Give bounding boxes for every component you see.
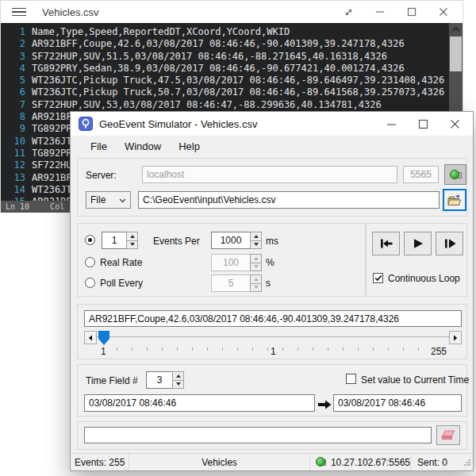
spin-up-icon[interactable]	[172, 371, 184, 381]
event-position-group: AR921BFF,Coupe,42.6,03/08/2017 08:46:46,…	[77, 304, 467, 359]
simulator-window: GeoEvent Simulator - Vehicles.csv File W…	[70, 111, 474, 471]
menu-help[interactable]: Help	[178, 140, 200, 152]
message-field[interactable]	[84, 427, 432, 443]
continuous-loop-checkbox[interactable]	[373, 273, 383, 283]
position-slider[interactable]	[84, 331, 462, 344]
events-per-label: Events Per	[153, 236, 200, 247]
poll-value[interactable]: 5	[211, 274, 250, 292]
line-text: AR921BF	[25, 172, 72, 184]
go-to-start-button[interactable]	[372, 232, 400, 255]
hamburger-icon[interactable]	[12, 8, 26, 17]
menu-file[interactable]: File	[90, 140, 107, 152]
line-number: 8	[1, 111, 25, 123]
time-field-spinner[interactable]: 3	[146, 371, 184, 389]
continuous-loop-label: Continuous Loop	[388, 273, 460, 284]
browse-file-button[interactable]	[443, 189, 466, 211]
line-text: WT236JT	[25, 136, 72, 148]
minimize-icon[interactable]	[374, 6, 386, 18]
connection-group: Server: localhost 5565 File C:\GeoEvent\…	[77, 158, 467, 217]
slider-track[interactable]	[97, 336, 449, 339]
poll-every-label: Poll Every	[100, 278, 143, 289]
event-count-value[interactable]: 1	[102, 232, 126, 249]
maximize-icon[interactable]	[405, 6, 418, 18]
slider-thumb[interactable]	[98, 331, 109, 345]
spin-up-icon[interactable]	[250, 274, 262, 284]
editor-line: 4TG892PRY,Sedan,38.9,03/08/2017 08:46:46…	[1, 63, 463, 75]
real-rate-unit-label: %	[266, 257, 274, 268]
line-text: SF722HU	[25, 159, 72, 171]
real-rate-radio[interactable]	[85, 257, 95, 267]
poll-spinner[interactable]: 5	[211, 274, 262, 292]
spin-down-icon[interactable]	[126, 241, 138, 250]
interval-value[interactable]: 1000	[211, 232, 250, 249]
time-to-field[interactable]: 03/08/2017 08:46:46	[333, 394, 462, 412]
set-current-time-checkbox[interactable]	[346, 374, 356, 384]
time-from-field[interactable]: 03/08/2017 08:46:46	[84, 394, 315, 412]
line-number: 2	[1, 38, 25, 50]
line-text: AR921BFF,Coupe,42.6,03/08/2017 08:46:46,…	[25, 38, 405, 50]
spin-down-icon[interactable]	[172, 381, 184, 390]
expand-icon[interactable]	[342, 6, 355, 18]
editor-line: 1Name,Type,Speed,ReportedDT,XCoord,YCoor…	[1, 26, 463, 38]
close-icon[interactable]	[447, 117, 462, 131]
endpoint-address: 10.27.102.67:5565	[331, 457, 410, 468]
editor-line: 6WT236JTC,Pickup Truck,50.7,03/08/2017 0…	[1, 86, 463, 98]
line-text: SF722HUP,SUV,51.5,03/08/2017 08:46:46,-8…	[25, 51, 387, 63]
play-button[interactable]	[404, 232, 432, 255]
scrollbar-thumb[interactable]	[450, 36, 462, 71]
clear-button[interactable]	[436, 425, 460, 445]
skip-to-start-icon	[378, 237, 394, 250]
server-port-input[interactable]: 5565	[403, 166, 439, 183]
editor-window-controls	[342, 6, 450, 18]
connect-button[interactable]	[444, 164, 466, 185]
source-type-value: File	[90, 194, 106, 205]
poll-every-radio[interactable]	[85, 278, 95, 288]
line-text: WT236JT	[25, 184, 72, 196]
interval-spinner[interactable]: 1000	[211, 232, 262, 249]
scroll-up-icon[interactable]	[449, 23, 463, 36]
endpoint-segment: 10.27.102.67:5565	[310, 454, 411, 470]
check-icon	[374, 274, 382, 282]
desktop: Vehicles.csv 1Name,Type,Speed,ReportedDT…	[0, 0, 476, 476]
spin-up-icon[interactable]	[250, 232, 262, 241]
dataset-name: Vehicles	[129, 454, 310, 470]
line-number: 14	[1, 184, 25, 196]
spin-up-icon[interactable]	[250, 254, 262, 263]
chevron-down-icon	[119, 194, 126, 205]
spin-down-icon[interactable]	[250, 263, 262, 272]
real-rate-label: Real Rate	[100, 257, 142, 268]
source-type-dropdown[interactable]: File	[86, 191, 131, 209]
event-count-spinner[interactable]: 1	[102, 232, 138, 249]
slider-left-arrow[interactable]	[84, 331, 97, 344]
editor-line: 2AR921BFF,Coupe,42.6,03/08/2017 08:46:46…	[1, 38, 463, 50]
geoevent-app-icon	[79, 117, 93, 131]
spin-down-icon[interactable]	[250, 284, 262, 293]
spin-down-icon[interactable]	[250, 241, 262, 250]
server-host-input[interactable]: localhost	[142, 166, 397, 183]
line-number: 15	[1, 196, 25, 201]
file-path-input[interactable]: C:\GeoEvent\input\Vehicles.csv	[138, 191, 440, 209]
line-text: TG892PR	[25, 123, 72, 135]
time-field-group: Time Field # 3 Set value to Current Time…	[77, 364, 467, 416]
interval-unit-label: ms	[266, 236, 278, 247]
current-event-field[interactable]: AR921BFF,Coupe,42.6,03/08/2017 08:46:46,…	[84, 310, 462, 327]
maximize-icon[interactable]	[416, 117, 430, 131]
simulator-statusbar: Events: 255 Vehicles 10.27.102.67:5565 S…	[71, 453, 473, 470]
resize-grip[interactable]	[463, 458, 471, 469]
close-icon[interactable]	[437, 6, 450, 18]
playback-group: Continuous Loop	[366, 223, 467, 297]
minimize-icon[interactable]	[384, 117, 398, 131]
real-rate-spinner[interactable]: 100	[211, 254, 262, 271]
slider-max-label: 255	[428, 346, 449, 357]
menu-window[interactable]: Window	[125, 140, 161, 152]
set-current-time-label: Set value to Current Time	[361, 374, 469, 386]
slider-right-arrow[interactable]	[449, 331, 462, 344]
spin-up-icon[interactable]	[126, 232, 138, 241]
real-rate-value[interactable]: 100	[211, 254, 250, 271]
line-text: TG892PRY,Sedan,38.9,03/08/2017 08:46:46,…	[25, 63, 405, 75]
events-per-radio[interactable]	[85, 235, 95, 245]
connected-led-icon	[450, 170, 462, 180]
step-button[interactable]	[436, 232, 463, 255]
time-field-value[interactable]: 3	[146, 371, 172, 389]
editor-line: 3SF722HUP,SUV,51.5,03/08/2017 08:46:46,-…	[1, 51, 463, 63]
